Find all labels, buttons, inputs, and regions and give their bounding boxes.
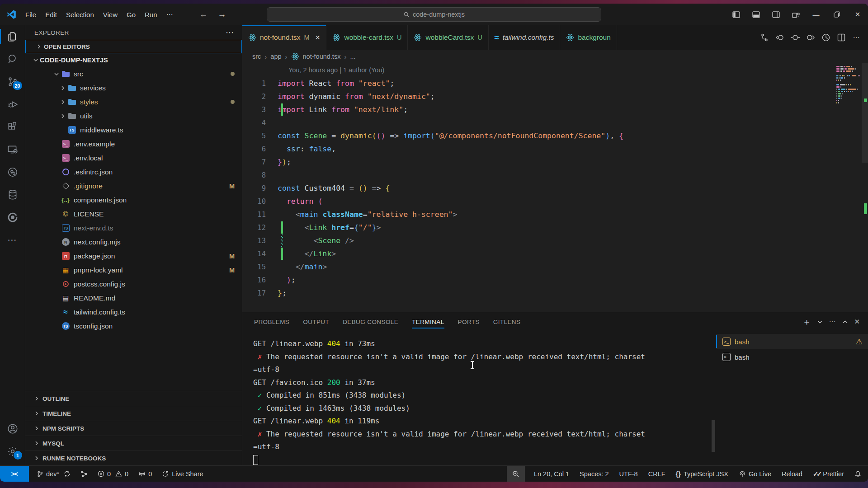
tab-tailwind.config.ts[interactable]: ≈tailwind.config.ts: [489, 25, 561, 50]
code-line-3[interactable]: 3import Link from "next/link";: [242, 103, 868, 116]
timeline-icon[interactable]: [819, 31, 833, 44]
code-line-9[interactable]: 9const Custom404 = () => {: [242, 182, 868, 195]
tree-item-.eslintrc.json[interactable]: .eslintrc.json: [25, 165, 242, 179]
code-line-12[interactable]: 12 <Link href={"/"}>: [242, 221, 868, 234]
editor-more-actions-icon[interactable]: ⋯: [850, 31, 863, 44]
breadcrumb-item-...[interactable]: ...: [350, 53, 355, 60]
workspace-root-row[interactable]: CODE-DUMP-NEXTJS: [25, 53, 242, 67]
panel-more-actions-icon[interactable]: ⋯: [829, 318, 836, 326]
remote-indicator[interactable]: ><: [0, 466, 29, 482]
code-line-5[interactable]: 5const Scene = dynamic(() => import("@/c…: [242, 129, 868, 142]
code-line-2[interactable]: 2import dynamic from "next/dynamic";: [242, 90, 868, 103]
split-editor-icon[interactable]: [835, 31, 848, 44]
section-runme-notebooks[interactable]: RUNME NOTEBOOKS: [25, 450, 242, 465]
nav-forward-icon[interactable]: →: [218, 9, 226, 19]
extension-circle-icon[interactable]: [0, 206, 25, 229]
tree-item-components.json[interactable]: {..}components.json: [25, 193, 242, 207]
tree-item-README.md[interactable]: ▤README.md: [25, 291, 242, 305]
menu-selection[interactable]: Selection: [61, 9, 99, 20]
open-editors-row[interactable]: OPEN EDITORS: [25, 40, 242, 53]
code-line-15[interactable]: 15 </main>: [242, 260, 868, 273]
terminal-scrollbar[interactable]: [711, 331, 716, 465]
tab-wobble-card.tsx[interactable]: wobble-card.tsxU: [326, 25, 408, 50]
tree-item-package.json[interactable]: ⊓package.jsonM: [25, 249, 242, 263]
tree-item-.gitignore[interactable]: .gitignoreM: [25, 179, 242, 193]
toggle-secondary-sidebar-icon[interactable]: [766, 4, 786, 25]
section-npm-scripts[interactable]: NPM SCRIPTS: [25, 421, 242, 436]
menu-run[interactable]: Run: [140, 9, 162, 20]
tab-wobbleCard.tsx[interactable]: wobbleCard.tsxU: [408, 25, 488, 50]
tree-item-utils[interactable]: utils: [25, 109, 242, 123]
code-line-7[interactable]: 7});: [242, 155, 868, 169]
close-panel-icon[interactable]: ✕: [854, 318, 860, 326]
tree-item-next.config.mjs[interactable]: Nnext.config.mjs: [25, 235, 242, 249]
tab-not-found.tsx[interactable]: not-found.tsxM✕: [242, 25, 326, 50]
section-mysql[interactable]: MYSQL: [25, 436, 242, 450]
explorer-more-actions-icon[interactable]: ⋯: [226, 28, 235, 38]
database-icon[interactable]: [0, 183, 25, 206]
status-eol[interactable]: CRLF: [647, 470, 667, 478]
minimize-button[interactable]: —: [806, 4, 826, 25]
tree-item-middleware.ts[interactable]: TSmiddleware.ts: [25, 123, 242, 137]
code-editor[interactable]: You, 2 hours ago | 1 author (You) 1impor…: [242, 63, 868, 312]
section-timeline[interactable]: TIMELINE: [25, 406, 242, 421]
status-notifications[interactable]: [853, 470, 863, 478]
command-center-search[interactable]: code-dump-nextjs: [267, 7, 601, 22]
minimap[interactable]: [836, 66, 860, 104]
menu-view[interactable]: View: [99, 9, 122, 20]
revert-change-icon[interactable]: [788, 31, 802, 44]
toggle-sidebar-icon[interactable]: [726, 4, 746, 25]
panel-tab-gitlens[interactable]: GITLENS: [493, 312, 521, 331]
tree-item-styles[interactable]: styles: [25, 95, 242, 109]
status-language-mode[interactable]: {}TypeScript JSX: [675, 470, 730, 478]
close-tab-icon[interactable]: ✕: [315, 34, 321, 41]
terminal-instance-bash[interactable]: >_bash: [716, 349, 868, 365]
code-line-4[interactable]: 4: [242, 116, 868, 129]
section-outline[interactable]: OUTLINE: [25, 391, 242, 406]
code-line-17[interactable]: 17};: [242, 286, 868, 300]
status-go-live[interactable]: Go Live: [737, 470, 773, 478]
tree-item-postcss.config.js[interactable]: postcss.config.js: [25, 277, 242, 291]
tab-backgroun[interactable]: backgroun: [560, 25, 617, 50]
tree-item-tailwind.config.ts[interactable]: ≈tailwind.config.ts: [25, 305, 242, 319]
tree-item-.env.example[interactable]: >_.env.example: [25, 137, 242, 151]
tree-item-pnpm-lock.yaml[interactable]: ▦pnpm-lock.yamlM: [25, 263, 242, 277]
terminal-dropdown-icon[interactable]: [817, 319, 822, 324]
search-view-icon[interactable]: [0, 48, 25, 70]
code-line-13[interactable]: 13 <Scene />: [242, 234, 868, 247]
tree-item-next-env.d.ts[interactable]: TSnext-env.d.ts: [25, 221, 242, 235]
close-button[interactable]: ✕: [847, 4, 868, 25]
next-change-icon[interactable]: [804, 31, 817, 44]
status-live-share[interactable]: Live Share: [160, 470, 204, 478]
run-debug-icon[interactable]: [0, 93, 25, 116]
extensions-icon[interactable]: [0, 116, 25, 138]
menu-more[interactable]: ⋯: [162, 9, 178, 20]
breadcrumb-item-not-found.tsx[interactable]: not-found.tsx: [303, 53, 341, 60]
status-cursor-position[interactable]: Ln 20, Col 1: [533, 470, 571, 478]
tree-item-.env.local[interactable]: >_.env.local: [25, 151, 242, 165]
code-line-11[interactable]: 11 <main className="relative h-screen">: [242, 208, 868, 221]
terminal-output[interactable]: GET /linear.webp 404 in 73ms ✗ The reque…: [242, 331, 711, 465]
status-git-branch[interactable]: dev*: [35, 470, 72, 478]
status-prettier[interactable]: ✓✓Prettier: [811, 470, 845, 478]
menu-file[interactable]: File: [21, 9, 41, 20]
status-reload[interactable]: Reload: [780, 470, 804, 478]
restore-button[interactable]: [826, 4, 847, 25]
maximize-panel-icon[interactable]: [843, 319, 848, 324]
code-line-1[interactable]: 1import React from "react";: [242, 77, 868, 90]
toggle-panel-icon[interactable]: [746, 4, 766, 25]
status-zoom[interactable]: [507, 466, 525, 482]
nav-back-icon[interactable]: ←: [199, 9, 208, 19]
status-problems[interactable]: 00: [96, 470, 130, 478]
code-line-6[interactable]: 6 ssr: false,: [242, 142, 868, 155]
tree-item-LICENSE[interactable]: ©LICENSE: [25, 207, 242, 221]
gitlens-icon[interactable]: [0, 161, 25, 183]
panel-tab-ports[interactable]: PORTS: [458, 312, 480, 331]
status-ports-forwarded[interactable]: 0: [137, 470, 153, 478]
tree-item-services[interactable]: services: [25, 81, 242, 95]
tree-item-src[interactable]: src: [25, 67, 242, 81]
settings-gear-icon[interactable]: 1: [0, 440, 25, 463]
terminal-instance-bash[interactable]: >_bash⚠: [716, 334, 868, 349]
code-line-10[interactable]: 10 return (: [242, 195, 868, 208]
additional-views-icon[interactable]: ⋯: [0, 229, 25, 251]
